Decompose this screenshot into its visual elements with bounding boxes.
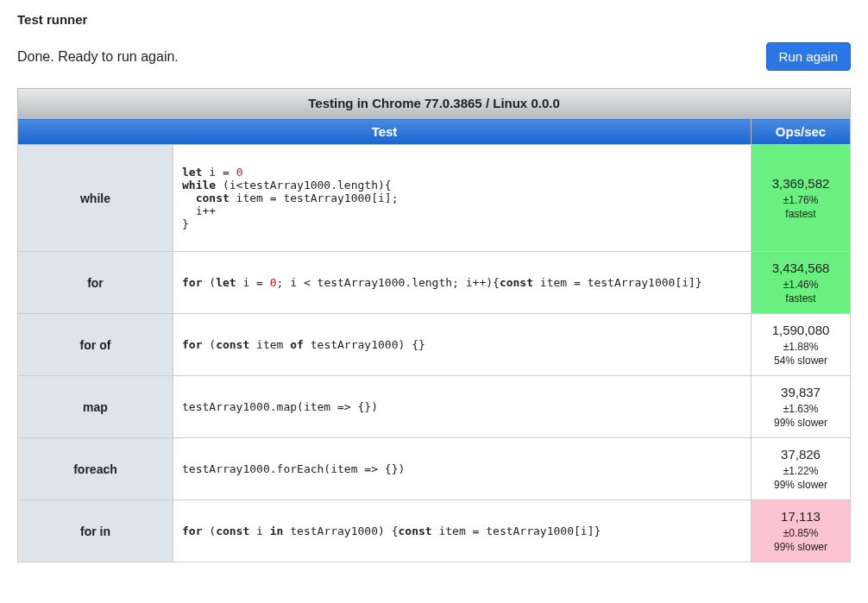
ops-note: 99% slower (757, 417, 845, 429)
table-row: foreachtestArray1000.forEach(item => {})… (18, 438, 851, 500)
ops-value: 3,434,568 (757, 261, 845, 275)
table-row: maptestArray1000.map(item => {})39,837±1… (18, 376, 851, 438)
ops-margin: ±0.85% (757, 527, 845, 539)
row-label: for (18, 252, 173, 314)
status-row: Done. Ready to run again. Run again (17, 42, 851, 71)
row-label: for in (18, 500, 173, 562)
table-caption: Testing in Chrome 77.0.3865 / Linux 0.0.… (17, 88, 851, 118)
ops-cell: 3,369,582±1.76%fastest (752, 145, 851, 252)
page-title: Test runner (17, 12, 851, 27)
code-cell: for (const i in testArray1000) {const it… (173, 500, 752, 562)
row-label: foreach (18, 438, 173, 500)
table-row: for offor (const item of testArray1000) … (18, 314, 851, 376)
ops-cell: 39,837±1.63%99% slower (752, 376, 851, 438)
ops-note: fastest (757, 292, 845, 305)
ops-margin: ±1.46% (757, 279, 845, 291)
ops-cell: 3,434,568±1.46%fastest (752, 252, 851, 314)
ops-cell: 17,113±0.85%99% slower (752, 500, 851, 562)
ops-note: 99% slower (757, 541, 845, 553)
ops-note: 99% slower (757, 479, 845, 491)
table-row: for infor (const i in testArray1000) {co… (18, 500, 851, 562)
ops-margin: ±1.88% (757, 341, 845, 353)
code-cell: testArray1000.map(item => {}) (173, 376, 752, 438)
ops-note: fastest (757, 208, 845, 220)
ops-cell: 1,590,080±1.88%54% slower (752, 314, 851, 376)
header-test: Test (18, 119, 752, 145)
table-row: forfor (let i = 0; i < testArray1000.len… (18, 252, 851, 314)
run-again-button[interactable]: Run again (766, 42, 851, 71)
ops-value: 17,113 (757, 509, 845, 524)
row-label: map (18, 376, 173, 438)
results-table: Testing in Chrome 77.0.3865 / Linux 0.0.… (17, 88, 851, 562)
header-ops: Ops/sec (752, 119, 851, 145)
row-label: while (18, 145, 173, 252)
status-text: Done. Ready to run again. (17, 49, 179, 65)
code-cell: for (const item of testArray1000) {} (173, 314, 752, 376)
ops-value: 1,590,080 (757, 323, 845, 337)
ops-cell: 37,826±1.22%99% slower (752, 438, 851, 500)
ops-margin: ±1.63% (757, 403, 845, 415)
ops-value: 39,837 (757, 385, 845, 399)
table-row: whilelet i = 0 while (i<testArray1000.le… (18, 145, 851, 252)
ops-value: 37,826 (757, 447, 845, 462)
row-label: for of (18, 314, 173, 376)
code-cell: let i = 0 while (i<testArray1000.length)… (173, 145, 752, 252)
ops-margin: ±1.76% (757, 194, 845, 206)
ops-margin: ±1.22% (757, 465, 845, 477)
code-cell: testArray1000.forEach(item => {}) (173, 438, 752, 500)
ops-note: 54% slower (757, 355, 845, 367)
ops-value: 3,369,582 (757, 176, 845, 191)
code-cell: for (let i = 0; i < testArray1000.length… (173, 252, 752, 314)
